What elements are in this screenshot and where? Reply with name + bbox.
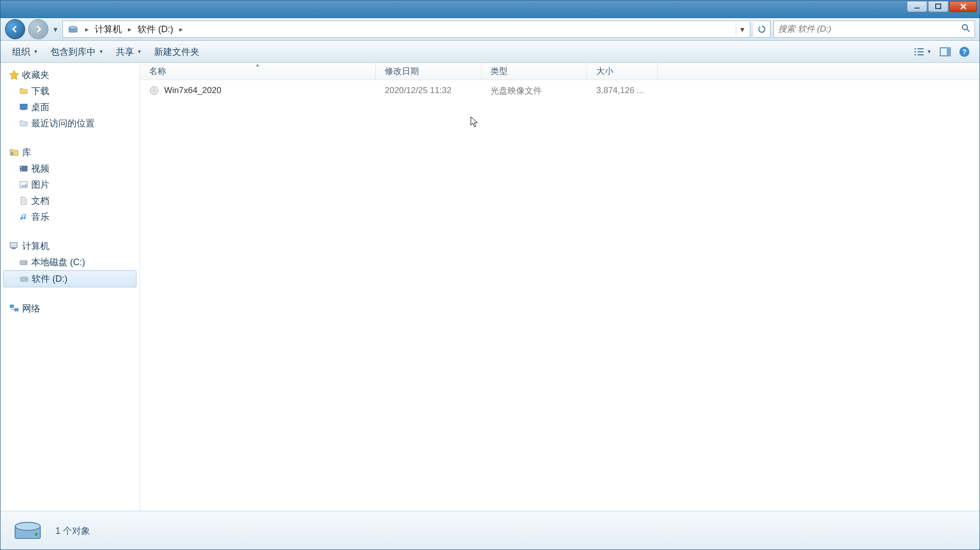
sidebar-item-downloads[interactable]: 下载 — [0, 83, 139, 99]
sidebar-item-label: 最近访问的位置 — [31, 117, 95, 129]
music-icon — [19, 212, 28, 221]
sidebar-item-recent[interactable]: 最近访问的位置 — [0, 115, 139, 131]
chevron-down-icon: ▼ — [99, 49, 104, 54]
chevron-down-icon: ▼ — [137, 49, 142, 54]
svg-point-4 — [962, 25, 967, 30]
svg-rect-15 — [20, 182, 27, 188]
drive-large-icon — [12, 515, 43, 546]
computer-icon — [9, 241, 19, 251]
libraries-group: 库 视频 图片 文档 音乐 — [0, 144, 139, 225]
newfolder-label: 新建文件夹 — [154, 46, 199, 58]
svg-point-3 — [69, 26, 77, 29]
sidebar-item-desktop[interactable]: 桌面 — [0, 99, 139, 115]
column-label: 大小 — [596, 65, 613, 77]
favorites-header[interactable]: 收藏夹 — [0, 67, 139, 83]
svg-rect-22 — [10, 305, 14, 307]
svg-rect-16 — [10, 243, 17, 248]
network-group: 网络 — [0, 300, 139, 317]
nav-history-dropdown[interactable]: ▾ — [51, 25, 59, 34]
desktop-icon — [19, 103, 28, 112]
organize-button[interactable]: 组织▼ — [7, 44, 43, 60]
sidebar-item-label: 软件 (D:) — [32, 273, 67, 285]
column-label: 修改日期 — [385, 65, 419, 77]
svg-rect-0 — [915, 8, 920, 9]
share-label: 共享 — [116, 46, 134, 58]
status-bar: 1 个对象 — [0, 511, 980, 550]
svg-rect-13 — [21, 167, 22, 168]
libraries-header[interactable]: 库 — [0, 144, 139, 161]
drive-icon — [68, 24, 78, 34]
include-button[interactable]: 包含到库中▼ — [45, 44, 109, 60]
organize-label: 组织 — [12, 46, 30, 58]
file-list-area: 名称 ▴ 修改日期 类型 大小 Win7x64_2020 2020/12/25 … — [140, 63, 980, 511]
sidebar-item-pictures[interactable]: 图片 — [0, 177, 139, 193]
column-type[interactable]: 类型 — [481, 63, 587, 80]
new-folder-button[interactable]: 新建文件夹 — [149, 44, 204, 60]
library-icon — [9, 147, 19, 158]
recent-icon — [19, 119, 28, 128]
help-button[interactable]: ? — [956, 45, 973, 59]
breadcrumb-separator: ▸ — [124, 25, 135, 33]
close-button[interactable] — [949, 1, 977, 12]
picture-icon — [19, 180, 28, 189]
network-header[interactable]: 网络 — [0, 300, 139, 317]
computer-header[interactable]: 计算机 — [0, 238, 139, 254]
svg-rect-10 — [22, 109, 25, 110]
view-button[interactable]: ▼ — [911, 46, 935, 58]
status-text: 1 个对象 — [55, 525, 90, 537]
refresh-button[interactable] — [753, 21, 771, 38]
search-box[interactable] — [774, 21, 975, 38]
minimize-button[interactable] — [907, 1, 927, 12]
folder-icon — [19, 87, 28, 96]
svg-point-19 — [25, 262, 26, 263]
search-icon[interactable] — [961, 24, 970, 35]
sidebar-item-documents[interactable]: 文档 — [0, 193, 139, 209]
window-controls — [907, 1, 977, 12]
sort-indicator-icon: ▴ — [256, 63, 259, 67]
back-button[interactable] — [5, 19, 25, 39]
column-label: 类型 — [491, 65, 508, 77]
sidebar-item-label: 下载 — [31, 85, 49, 97]
sidebar-item-videos[interactable]: 视频 — [0, 161, 139, 177]
titlebar — [0, 0, 980, 18]
video-icon — [19, 164, 28, 173]
breadcrumb-drive[interactable]: 软件 (D:) — [135, 22, 175, 36]
disc-image-icon — [149, 86, 159, 96]
cursor-icon — [470, 116, 479, 128]
file-list[interactable]: Win7x64_2020 2020/12/25 11:32 光盘映像文件 3,8… — [140, 80, 980, 511]
computer-label: 计算机 — [22, 240, 49, 252]
sidebar-item-label: 文档 — [31, 195, 49, 207]
forward-button[interactable] — [28, 19, 48, 39]
search-input[interactable] — [778, 24, 961, 34]
maximize-button[interactable] — [928, 1, 948, 12]
libraries-label: 库 — [22, 146, 31, 159]
column-label: 名称 — [149, 65, 166, 77]
column-date[interactable]: 修改日期 — [376, 63, 481, 80]
navigation-sidebar: 收藏夹 下载 桌面 最近访问的位置 库 视频 — [0, 63, 140, 511]
svg-text:?: ? — [962, 47, 966, 56]
share-button[interactable]: 共享▼ — [111, 44, 147, 60]
breadcrumb[interactable]: ▸ 计算机 ▸ 软件 (D:) ▸ ▾ — [62, 21, 750, 38]
svg-rect-9 — [20, 104, 27, 109]
svg-rect-6 — [947, 48, 950, 56]
file-row[interactable]: Win7x64_2020 2020/12/25 11:32 光盘映像文件 3,8… — [140, 83, 980, 98]
computer-group: 计算机 本地磁盘 (C:) 软件 (D:) — [0, 238, 139, 287]
svg-rect-14 — [21, 170, 22, 171]
file-size: 3,874,126 ... — [596, 86, 667, 96]
breadcrumb-dropdown[interactable]: ▾ — [736, 22, 748, 36]
preview-pane-button[interactable] — [937, 46, 954, 58]
drive-icon — [20, 274, 29, 283]
sidebar-item-label: 视频 — [31, 163, 49, 175]
sidebar-item-music[interactable]: 音乐 — [0, 209, 139, 225]
svg-point-21 — [26, 279, 27, 280]
svg-rect-11 — [11, 152, 13, 155]
svg-point-28 — [35, 533, 38, 536]
star-icon — [9, 70, 19, 80]
breadcrumb-computer[interactable]: 计算机 — [93, 22, 124, 36]
sidebar-item-drive-c[interactable]: 本地磁盘 (C:) — [0, 254, 139, 270]
column-size[interactable]: 大小 — [587, 63, 658, 80]
sidebar-item-label: 桌面 — [31, 101, 49, 113]
sidebar-item-drive-d[interactable]: 软件 (D:) — [3, 270, 136, 287]
column-headers: 名称 ▴ 修改日期 类型 大小 — [140, 63, 980, 80]
column-name[interactable]: 名称 ▴ — [140, 63, 376, 80]
